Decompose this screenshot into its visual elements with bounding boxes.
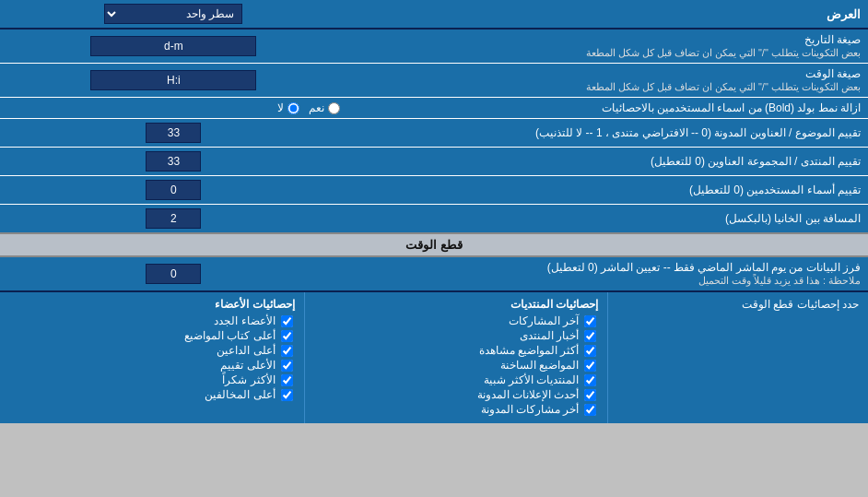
posts-stats-column: إحصائيات المنتديات آخر المشاركات أخبار ا… bbox=[304, 292, 608, 423]
members-cb-1[interactable] bbox=[281, 315, 293, 327]
posts-cb-7[interactable] bbox=[584, 404, 596, 416]
posts-checkbox-6[interactable]: أحدث الإعلانات المدونة bbox=[314, 388, 599, 401]
posts-cb-5[interactable] bbox=[584, 374, 596, 386]
members-checkbox-6[interactable]: أعلى المخالفين bbox=[9, 388, 295, 401]
gap-input-cell[interactable] bbox=[0, 205, 347, 234]
time-cut-input-cell[interactable] bbox=[0, 256, 347, 291]
gap-label: المسافة بين الخانيا (بالبكسل) bbox=[347, 205, 868, 234]
time-format-input[interactable] bbox=[90, 70, 256, 90]
members-checkbox-1[interactable]: الأعضاء الجدد bbox=[9, 314, 295, 327]
posts-cb-2[interactable] bbox=[584, 330, 596, 342]
posts-checkbox-7[interactable]: أخر مشاركات المدونة bbox=[314, 403, 599, 416]
members-checkbox-4[interactable]: الأعلى تقييم bbox=[9, 359, 295, 372]
display-dropdown[interactable]: سطر واحد bbox=[104, 4, 242, 24]
time-cut-section-title: قطع الوقت bbox=[0, 233, 868, 256]
forum-sort-input-cell[interactable] bbox=[0, 148, 347, 176]
date-format-label: صيغة التاريخ بعض التكوينات يتطلب "/" الت… bbox=[347, 29, 868, 64]
forum-sort-label: تقييم المنتدى / المجموعة العناوين (0 للت… bbox=[347, 148, 868, 176]
posts-cb-6[interactable] bbox=[584, 389, 596, 401]
bold-yes-label[interactable]: نعم bbox=[309, 101, 340, 114]
topic-sort-input[interactable] bbox=[146, 123, 201, 143]
posts-checkbox-1[interactable]: آخر المشاركات bbox=[314, 314, 599, 327]
posts-stats-title: إحصائيات المنتديات bbox=[314, 298, 599, 311]
topic-sort-row: تقييم الموضوع / العناوين المدونة (0 -- ا… bbox=[0, 119, 868, 148]
forum-sort-input[interactable] bbox=[146, 151, 201, 172]
topic-sort-input-cell[interactable] bbox=[0, 119, 347, 148]
bold-no-radio[interactable] bbox=[287, 102, 299, 114]
members-cb-4[interactable] bbox=[281, 360, 293, 372]
posts-cb-4[interactable] bbox=[584, 360, 596, 372]
bold-remove-label: ازالة نمط بولد (Bold) من اسماء المستخدمي… bbox=[347, 98, 868, 119]
time-cut-label: فرز البيانات من يوم الماشر الماضي فقط --… bbox=[347, 256, 868, 291]
posts-checkbox-5[interactable]: المنتديات الأكثر شبية bbox=[314, 373, 599, 386]
members-checkbox-2[interactable]: أعلى كتاب المواضيع bbox=[9, 329, 295, 342]
members-cb-6[interactable] bbox=[281, 389, 293, 401]
members-stats-column: إحصائيات الأعضاء الأعضاء الجدد أعلى كتاب… bbox=[0, 292, 304, 423]
display-header-row: العرض سطر واحد bbox=[0, 0, 868, 29]
username-sort-row: تقييم أسماء المستخدمين (0 للتعطيل) bbox=[0, 176, 868, 205]
time-format-input-cell[interactable] bbox=[0, 64, 347, 98]
date-format-input-cell[interactable] bbox=[0, 29, 347, 64]
display-dropdown-cell[interactable]: سطر واحد bbox=[0, 0, 347, 29]
bold-remove-row: ازالة نمط بولد (Bold) من اسماء المستخدمي… bbox=[0, 98, 868, 119]
time-format-row: صيغة الوقت بعض التكوينات يتطلب "/" التي … bbox=[0, 64, 868, 98]
members-checkbox-5[interactable]: الأكثر شكراً bbox=[9, 373, 295, 386]
display-label: العرض bbox=[347, 0, 868, 29]
username-sort-input-cell[interactable] bbox=[0, 176, 347, 205]
members-stats-title: إحصائيات الأعضاء bbox=[9, 298, 295, 311]
posts-checkbox-4[interactable]: المواضيع الساخنة bbox=[314, 359, 599, 372]
posts-cb-3[interactable] bbox=[584, 345, 596, 357]
members-cb-2[interactable] bbox=[281, 330, 293, 342]
bold-no-label[interactable]: لا bbox=[277, 101, 299, 114]
bold-yes-radio[interactable] bbox=[328, 102, 340, 114]
gap-row: المسافة بين الخانيا (بالبكسل) bbox=[0, 205, 868, 234]
time-cut-input[interactable] bbox=[146, 264, 201, 284]
bold-remove-radio-cell[interactable]: نعم لا bbox=[0, 98, 347, 119]
posts-cb-1[interactable] bbox=[584, 315, 596, 327]
username-sort-label: تقييم أسماء المستخدمين (0 للتعطيل) bbox=[347, 176, 868, 205]
time-format-label: صيغة الوقت بعض التكوينات يتطلب "/" التي … bbox=[347, 64, 868, 98]
gap-input[interactable] bbox=[146, 208, 201, 229]
posts-checkbox-3[interactable]: أكثر المواضيع مشاهدة bbox=[314, 344, 599, 357]
members-cb-5[interactable] bbox=[281, 374, 293, 386]
members-cb-3[interactable] bbox=[281, 345, 293, 357]
posts-checkbox-2[interactable]: أخبار المنتدى bbox=[314, 329, 599, 342]
time-cut-row: فرز البيانات من يوم الماشر الماضي فقط --… bbox=[0, 256, 868, 291]
members-checkbox-3[interactable]: أعلى الداعين bbox=[9, 344, 295, 357]
date-format-input[interactable] bbox=[90, 36, 256, 56]
forum-sort-row: تقييم المنتدى / المجموعة العناوين (0 للت… bbox=[0, 148, 868, 176]
date-format-row: صيغة التاريخ بعض التكوينات يتطلب "/" الت… bbox=[0, 29, 868, 64]
username-sort-input[interactable] bbox=[146, 180, 201, 200]
stats-checkboxes-row: حدد إحصائيات قطع الوقت إحصائيات المنتديا… bbox=[0, 291, 868, 423]
stats-limit-label: حدد إحصائيات قطع الوقت bbox=[607, 292, 868, 423]
topic-sort-label: تقييم الموضوع / العناوين المدونة (0 -- ا… bbox=[347, 119, 868, 148]
time-cut-section-row: قطع الوقت bbox=[0, 233, 868, 256]
